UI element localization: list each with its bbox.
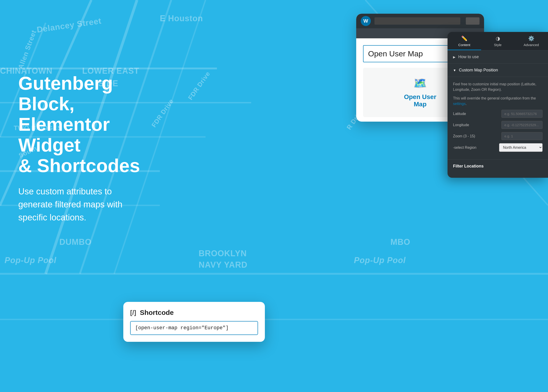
advanced-tab-label: Advanced	[524, 43, 539, 47]
how-to-use-header[interactable]: ▶ How to use	[448, 50, 548, 64]
left-content-section: Gutenberg Block,Elementor Widget& Shortc…	[18, 73, 160, 224]
elementor-tabs: ✏️ Content ◑ Style ⚙️ Advanced	[448, 32, 548, 50]
settings-link[interactable]: settings	[453, 102, 466, 106]
main-heading: Gutenberg Block,Elementor Widget& Shortc…	[18, 73, 160, 176]
shortcode-input-wrapper: [open-user-map region="Europe"]	[130, 321, 258, 335]
section-collapse-arrow: ▶	[453, 55, 455, 59]
section-expand-arrow: ▼	[453, 69, 456, 72]
style-tab-icon: ◑	[496, 35, 500, 42]
longitude-field-row: Longitude	[453, 121, 542, 129]
content-tab-label: Content	[458, 43, 470, 47]
map-position-desc2: This will override the general configura…	[453, 96, 542, 106]
tab-style[interactable]: ◑ Style	[481, 32, 515, 50]
shortcode-title: Shortcode	[140, 309, 174, 316]
longitude-input[interactable]	[501, 121, 542, 129]
custom-map-position-body: Feel free to customize initial map posit…	[448, 77, 548, 160]
elementor-panel: ✏️ Content ◑ Style ⚙️ Advanced ▶ How to …	[448, 32, 548, 178]
advanced-tab-icon: ⚙️	[528, 35, 534, 42]
shortcode-header: [/] Shortcode	[130, 309, 258, 316]
map-preview-icon: 🗺️	[413, 77, 427, 90]
region-field-row: -select Region North America Europe Asia…	[453, 143, 542, 152]
filter-locations-label: Filter Locations	[453, 164, 484, 168]
zoom-field-row: Zoom (3 - 15)	[453, 132, 542, 140]
longitude-label: Longitude	[453, 123, 501, 127]
custom-map-position-header[interactable]: ▼ Custom Map Position	[448, 64, 548, 77]
shortcode-icon: [/]	[130, 309, 136, 316]
latitude-input[interactable]	[501, 110, 542, 118]
tab-content[interactable]: ✏️ Content	[448, 32, 481, 50]
shortcode-panel: [/] Shortcode [open-user-map region="Eur…	[123, 302, 265, 342]
how-to-use-section: ▶ How to use	[448, 50, 548, 64]
region-label: -select Region	[453, 146, 499, 150]
wordpress-logo: W	[361, 16, 371, 26]
latitude-field-row: Latitude	[453, 110, 542, 118]
filter-locations-header[interactable]: Filter Locations	[448, 160, 548, 171]
block-link-text: Open UserMap	[404, 93, 436, 108]
zoom-label: Zoom (3 - 15)	[453, 134, 501, 138]
region-select[interactable]: North America Europe Asia South America	[499, 143, 542, 152]
how-to-use-label: How to use	[458, 55, 479, 59]
latitude-label: Latitude	[453, 112, 501, 116]
custom-map-position-section: ▼ Custom Map Position Feel free to custo…	[448, 64, 548, 160]
sub-text: Use custom attributes to generate filter…	[18, 185, 160, 224]
map-position-desc1: Feel free to customize initial map posit…	[453, 81, 542, 92]
tab-advanced[interactable]: ⚙️ Advanced	[514, 32, 548, 50]
content-tab-icon: ✏️	[461, 35, 467, 42]
shortcode-code[interactable]: [open-user-map region="Europe"]	[135, 325, 228, 331]
zoom-input[interactable]	[501, 132, 542, 140]
custom-map-position-label: Custom Map Position	[459, 68, 498, 73]
wp-panel-header: W	[356, 14, 484, 28]
style-tab-label: Style	[494, 43, 501, 47]
